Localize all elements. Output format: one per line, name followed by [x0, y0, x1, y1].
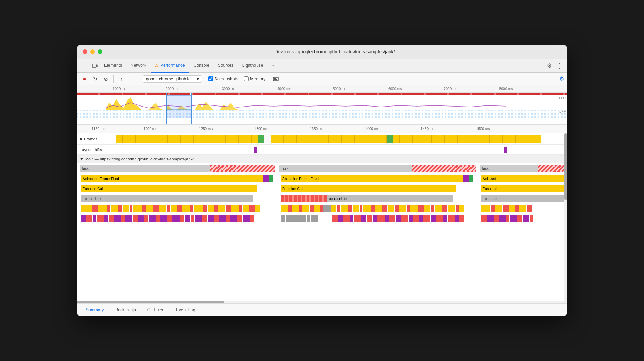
- svg-rect-102: [160, 215, 167, 222]
- frame-cell: [316, 135, 322, 143]
- download-button[interactable]: ↓: [127, 74, 137, 84]
- more-menu-button[interactable]: ⋮: [554, 61, 564, 71]
- frame-cell: [516, 135, 522, 143]
- svg-rect-33: [171, 205, 177, 212]
- clear-button[interactable]: ⊘: [101, 74, 111, 84]
- scrollbar-thumb[interactable]: [564, 133, 567, 200]
- cursor-icon[interactable]: [80, 61, 90, 71]
- svg-rect-58: [337, 205, 340, 212]
- tab-summary[interactable]: Summary: [80, 304, 109, 317]
- app-update-bar-3[interactable]: app...ate: [481, 195, 567, 202]
- svg-rect-1: [83, 65, 83, 65]
- ttick-1150: 1150 ms: [92, 127, 105, 131]
- collapse-arrow-icon[interactable]: ▼: [80, 157, 84, 161]
- svg-rect-117: [250, 215, 254, 222]
- tab-elements[interactable]: Elements: [100, 59, 126, 73]
- svg-rect-40: [214, 205, 218, 212]
- selection-handle-right[interactable]: [191, 93, 192, 124]
- cpu-chart: [77, 95, 567, 110]
- app-update-bar-1[interactable]: app.update: [81, 195, 253, 202]
- cpu-throttle-icon[interactable]: [271, 74, 280, 84]
- svg-rect-55: [320, 205, 323, 212]
- settings-button[interactable]: ⚙: [544, 61, 554, 71]
- screenshots-checkbox-group: Screenshots: [208, 76, 238, 81]
- task-bar-3[interactable]: Task: [480, 165, 567, 172]
- svg-rect-38: [203, 205, 207, 212]
- memory-checkbox[interactable]: [244, 76, 249, 81]
- svg-marker-12: [106, 97, 141, 110]
- minimize-button[interactable]: [90, 49, 95, 54]
- svg-rect-124: [311, 215, 318, 222]
- ttick-1250: 1250 ms: [199, 127, 213, 131]
- svg-rect-97: [133, 215, 138, 222]
- frame-cell: [522, 135, 528, 143]
- svg-rect-60: [348, 205, 352, 212]
- app-update-bar-2[interactable]: app.update: [327, 195, 453, 202]
- frames-arrow-icon[interactable]: ▶: [80, 137, 83, 141]
- h-scrollbar-thumb[interactable]: [77, 301, 224, 303]
- tab-bottom-up[interactable]: Bottom-Up: [109, 304, 141, 317]
- frame-cell: [483, 135, 490, 143]
- timeline-ruler: 1150 ms 1200 ms 1250 ms 1300 ms 1350 ms …: [77, 125, 567, 133]
- callstack-bars-1: [80, 203, 567, 213]
- fn-call-bar-2[interactable]: Function Call: [281, 185, 456, 192]
- maximize-button[interactable]: [98, 49, 102, 54]
- timeline-scrollbar[interactable]: [564, 133, 567, 301]
- capture-settings-button[interactable]: ⚙: [559, 75, 564, 82]
- record-button[interactable]: ●: [80, 74, 89, 84]
- svg-rect-95: [121, 215, 125, 222]
- url-dropdown[interactable]: googlechrome.github.io ... ▾: [143, 75, 202, 83]
- svg-rect-103: [167, 215, 172, 222]
- device-icon[interactable]: [90, 61, 100, 71]
- screenshots-checkbox[interactable]: [208, 76, 213, 81]
- svg-rect-147: [459, 215, 464, 222]
- devtools-window: DevTools - googlechrome.github.io/devtoo…: [77, 45, 567, 316]
- fn-call-bar-3[interactable]: Func...all: [481, 185, 567, 192]
- refresh-record-button[interactable]: ↻: [91, 74, 100, 84]
- layout-shifts-content: [116, 145, 567, 154]
- fn-call-bar-1[interactable]: Function Call: [81, 185, 257, 192]
- tab-lighthouse[interactable]: Lighthouse: [238, 59, 268, 73]
- cpu-overview: CPU: [77, 95, 567, 110]
- layout-shift-marker-2[interactable]: [504, 147, 507, 153]
- frame-cell: [194, 135, 200, 143]
- frame-cell: [161, 135, 168, 143]
- task-bar-2[interactable]: Task: [279, 165, 476, 172]
- frame-cell: [303, 135, 309, 143]
- selection-handle-left[interactable]: [166, 93, 167, 124]
- svg-rect-137: [401, 215, 408, 222]
- svg-rect-142: [431, 215, 436, 222]
- animation-frame-bar-2[interactable]: Animation Frame Fired: [281, 175, 463, 182]
- svg-rect-119: [286, 215, 289, 222]
- frame-cell: [219, 135, 226, 143]
- tab-event-log[interactable]: Event Log: [170, 304, 201, 317]
- animation-frame-bar-1[interactable]: Animation Frame Fired: [81, 175, 263, 182]
- title-bar: DevTools - googlechrome.github.io/devtoo…: [77, 45, 567, 59]
- tab-network[interactable]: Network: [126, 59, 151, 73]
- svg-rect-81: [491, 205, 495, 212]
- frame-cell: [528, 135, 535, 143]
- tab-more[interactable]: »: [268, 59, 279, 73]
- task-bar-1[interactable]: Task: [80, 165, 275, 172]
- frame-cell: [297, 135, 303, 143]
- layout-shift-marker-1[interactable]: [254, 147, 257, 153]
- svg-rect-152: [506, 215, 509, 222]
- svg-rect-49: [288, 205, 292, 212]
- task-row: Task Task Task: [77, 163, 567, 173]
- svg-rect-116: [243, 215, 250, 222]
- svg-rect-21: [98, 205, 107, 212]
- frame-cell: [509, 135, 516, 143]
- frame-cell: [187, 135, 194, 143]
- frame-cell: [342, 135, 348, 143]
- animation-frame-bar-3[interactable]: Ani...red: [481, 175, 567, 182]
- tab-call-tree[interactable]: Call Tree: [142, 304, 170, 317]
- overview-timeline[interactable]: 1000 ms 2000 ms 3000 ms 4000 ms 5000 ms …: [77, 85, 567, 125]
- close-button[interactable]: [83, 49, 87, 54]
- frame-cell: [406, 135, 413, 143]
- frame-cell: [496, 135, 503, 143]
- upload-button[interactable]: ↑: [117, 74, 126, 84]
- horizontal-scrollbar[interactable]: [77, 301, 567, 303]
- tab-performance[interactable]: ⚠ Performance: [151, 59, 189, 73]
- tab-sources[interactable]: Sources: [214, 59, 238, 73]
- tab-console[interactable]: Console: [189, 59, 214, 73]
